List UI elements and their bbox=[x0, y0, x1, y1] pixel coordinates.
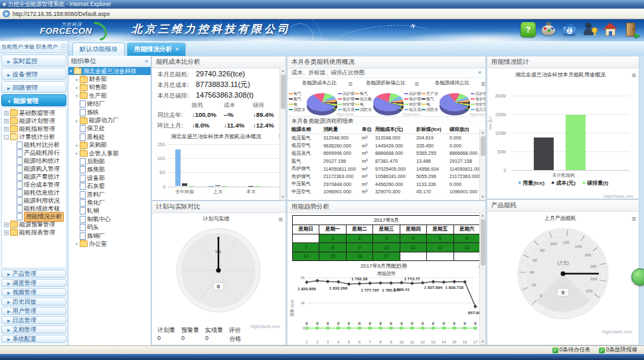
calendar-day[interactable]: 5 bbox=[427, 234, 453, 243]
legend-item[interactable]: ●碳排量(t) bbox=[582, 179, 608, 187]
floating-service-button[interactable] bbox=[631, 268, 644, 286]
org-node[interactable]: 制氧中心 bbox=[68, 215, 151, 223]
chevron-right-icon[interactable]: ▸ bbox=[74, 118, 80, 124]
toolbox-icon[interactable]: 1 bbox=[562, 22, 577, 37]
sidebar-group[interactable]: ▶历史回放 bbox=[1, 298, 66, 306]
sidebar-group[interactable]: ▶设备管理 bbox=[1, 68, 66, 80]
calendar-day[interactable] bbox=[453, 252, 480, 261]
tree-toggle-icon[interactable]: + bbox=[4, 127, 9, 132]
org-node[interactable]: 炼铁 bbox=[68, 108, 151, 116]
sidebar-group[interactable]: ▶文档管理 bbox=[1, 325, 66, 333]
calendar-day[interactable]: 2 bbox=[346, 234, 372, 243]
chevron-right-icon[interactable]: ▸ bbox=[74, 241, 80, 246]
calendar-day[interactable] bbox=[427, 252, 453, 261]
home-icon[interactable] bbox=[603, 22, 618, 37]
tab-inactive[interactable]: 默认功能模块 bbox=[72, 43, 125, 56]
calendar-day[interactable]: 4 bbox=[400, 234, 426, 243]
calendar-day[interactable]: 16 bbox=[346, 252, 372, 261]
org-node[interactable]: ▸财务部 bbox=[68, 75, 151, 83]
address-bar[interactable]: e http://172.16.35.158:8080/Default.aspx bbox=[0, 9, 644, 19]
tree-toggle-icon[interactable]: + bbox=[4, 223, 9, 227]
calendar-day[interactable]: 1 bbox=[319, 234, 346, 243]
chevron-right-icon[interactable]: ▸ bbox=[74, 143, 80, 148]
sidebar-tree-item[interactable]: 能源产量统计 bbox=[2, 173, 66, 181]
org-node[interactable]: ▸采购部 bbox=[68, 141, 151, 149]
org-node[interactable]: 质检处 bbox=[68, 133, 151, 141]
sidebar-tree-item[interactable]: 产品能耗排行 bbox=[2, 149, 66, 157]
chart-menu-icon[interactable]: ≡ bbox=[349, 80, 353, 88]
user-account-icon[interactable] bbox=[582, 22, 598, 37]
sidebar-tree-item[interactable]: +能耗报表管理 bbox=[2, 228, 66, 236]
legend-item[interactable]: ●用量(tce) bbox=[518, 179, 544, 187]
org-node[interactable]: 烧结厂 bbox=[68, 100, 151, 108]
org-node[interactable]: ▸生产部 bbox=[68, 92, 151, 100]
sidebar-group[interactable]: ▶实时监控 bbox=[1, 54, 66, 66]
chevron-down-icon[interactable]: ▾ bbox=[68, 68, 74, 74]
sidebar-tree-item[interactable]: +能源计划管理 bbox=[2, 117, 66, 125]
sidebar-tree-item[interactable]: 能源结构统计 bbox=[2, 157, 66, 165]
chevron-right-icon[interactable]: ▸ bbox=[74, 77, 80, 82]
org-root-node[interactable]: ▾湖北金盛兰冶金科技 bbox=[68, 67, 151, 75]
org-node[interactable]: ▸销售部 bbox=[68, 84, 151, 92]
scrollbar[interactable]: ▲▼ bbox=[280, 68, 285, 200]
org-node[interactable]: ▸办公室 bbox=[68, 240, 151, 248]
calendar-day[interactable]: 10 bbox=[373, 243, 400, 252]
calendar-day[interactable]: 11 bbox=[400, 243, 426, 252]
calendar-day[interactable]: 3 bbox=[373, 234, 400, 243]
sidebar-tree-item[interactable]: +能源预警管理 bbox=[2, 221, 66, 228]
org-node[interactable]: 原料厂 bbox=[68, 191, 151, 199]
sidebar-tree-item[interactable]: 能源利用状况 bbox=[2, 197, 66, 205]
status-item[interactable]: ✓0条故障报修 bbox=[599, 346, 637, 354]
calendar-day[interactable]: 15 bbox=[319, 252, 346, 261]
chart-menu-icon[interactable]: ≡ bbox=[279, 215, 283, 223]
sidebar-group-energy[interactable]: ▼能源管理 bbox=[1, 94, 66, 106]
calendar-day[interactable]: 17 bbox=[373, 252, 400, 261]
sidebar-tree-item[interactable]: 用能情况分析 bbox=[2, 213, 66, 221]
sidebar-tree-item[interactable]: +能耗指标管理 bbox=[2, 125, 66, 133]
org-collapse-icon[interactable]: « bbox=[145, 58, 148, 64]
calendar-day[interactable]: 12 bbox=[427, 243, 453, 252]
sidebar-tree-item[interactable]: 能耗对比分析 bbox=[2, 141, 66, 149]
url-text[interactable]: http://172.16.35.158:8080/Default.aspx bbox=[13, 11, 110, 17]
sidebar-tree-item[interactable]: 能源购入管理 bbox=[2, 165, 66, 173]
chevron-right-icon[interactable]: ▸ bbox=[74, 93, 80, 98]
sidebar-group[interactable]: ▶产品管理 bbox=[1, 270, 66, 278]
sidebar-tree-item[interactable]: 综合成本管理 bbox=[2, 181, 66, 189]
sidebar-group[interactable]: ▶用户管理 bbox=[1, 307, 66, 315]
sidebar-tree-item[interactable]: 能耗信息统计 bbox=[2, 189, 66, 197]
calendar-day[interactable]: 6 bbox=[453, 234, 480, 243]
org-node[interactable]: 石灰窑 bbox=[68, 182, 151, 190]
help-icon[interactable]: ? bbox=[521, 22, 536, 37]
org-node[interactable]: 码头 bbox=[68, 223, 151, 231]
org-node[interactable]: 轧钢 bbox=[68, 207, 151, 215]
org-node[interactable]: 后勤部 bbox=[68, 157, 151, 165]
tab-active[interactable]: 用能情况分析× bbox=[127, 43, 186, 56]
org-node[interactable]: ▸能源动力厂 bbox=[68, 116, 151, 124]
org-node[interactable]: 炼钢厂 bbox=[68, 232, 151, 240]
scrollbar[interactable]: ▲▼ bbox=[479, 213, 485, 345]
theme-palette-icon[interactable] bbox=[541, 22, 556, 37]
sidebar-tree-item[interactable]: +基础数据管理 bbox=[2, 109, 66, 117]
exit-icon[interactable]: ▶ bbox=[623, 22, 639, 37]
chart-menu-icon[interactable]: ≡ bbox=[415, 80, 419, 88]
sidebar-group[interactable]: ▶回路管理 bbox=[1, 81, 66, 93]
tree-toggle-icon[interactable]: + bbox=[4, 111, 9, 116]
calendar-day[interactable]: 13 bbox=[453, 243, 480, 252]
org-node[interactable]: 炼焦部 bbox=[68, 166, 151, 174]
sidebar-group[interactable]: ▶调度管理 bbox=[1, 279, 66, 287]
chart-menu-icon[interactable]: ≡ bbox=[481, 80, 485, 88]
tree-toggle-icon[interactable]: + bbox=[4, 230, 9, 235]
sidebar-group[interactable]: ▶日志管理 bbox=[1, 316, 66, 324]
org-node[interactable]: ▸企管人事部 bbox=[68, 149, 151, 157]
calendar-day[interactable]: 8 bbox=[319, 243, 346, 252]
calendar-day[interactable]: 7 bbox=[293, 243, 319, 252]
calendar-day[interactable] bbox=[293, 234, 319, 243]
chevron-right-icon[interactable]: ▸ bbox=[74, 151, 80, 156]
scrollbar[interactable]: ▲▼ bbox=[479, 130, 485, 200]
status-item[interactable]: ✓0条待办任务 bbox=[552, 346, 591, 354]
sidebar-group[interactable]: ▶系统配置 bbox=[1, 335, 66, 343]
tree-toggle-icon[interactable]: - bbox=[4, 135, 9, 139]
sidebar-collapse-icon[interactable]: « bbox=[61, 44, 66, 50]
tab-close-icon[interactable]: × bbox=[175, 46, 179, 52]
legend-item[interactable]: ●成本(元) bbox=[551, 179, 576, 187]
